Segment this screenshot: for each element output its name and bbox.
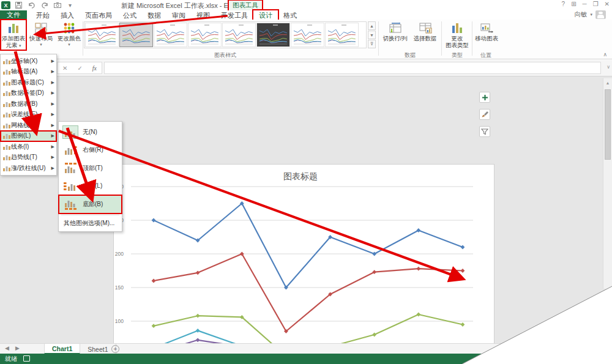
gallery-down-button[interactable]: ▼	[368, 31, 376, 39]
tab-0[interactable]: 开始	[31, 10, 55, 20]
vertical-scrollbar[interactable]: ▲	[603, 78, 612, 289]
quick-layout-icon	[34, 22, 48, 34]
menu-item-趋势线T[interactable]: 趋势线(T)▶	[1, 152, 56, 163]
chart-style-thumb-3[interactable]	[154, 23, 187, 47]
vertical-scroll-thumb[interactable]	[605, 89, 611, 160]
menu-item-轴标题A[interactable]: 轴标题(A)▶	[1, 67, 56, 78]
close-button[interactable]: ✕	[605, 1, 610, 7]
menu-item-label: 轴标题(A)	[11, 67, 51, 76]
legend-option-top[interactable]: 顶部(T)	[59, 159, 122, 177]
legend-option-none[interactable]: 无(N)	[59, 123, 122, 141]
redo-icon[interactable]	[40, 1, 49, 9]
gallery-up-button[interactable]: ▲	[368, 21, 376, 30]
move-chart-icon	[480, 22, 493, 34]
tab-design[interactable]: 设计	[253, 10, 278, 20]
switch-row-col-button[interactable]: 切换行/列	[381, 20, 409, 50]
change-chart-type-button[interactable]: 更改 图表类型	[444, 20, 471, 50]
tab-4[interactable]: 数据	[142, 10, 166, 20]
menu-item-数据标签D[interactable]: 数据标签(D)▶	[1, 88, 56, 99]
select-data-button[interactable]: 选择数据	[411, 20, 439, 50]
menu-item-icon	[2, 58, 11, 65]
change-colors-button[interactable]: 更改颜色 ▾	[56, 20, 82, 50]
scroll-up-button[interactable]: ▲	[603, 78, 612, 87]
tab-2[interactable]: 页面布局	[80, 10, 118, 20]
menu-item-icon	[2, 111, 11, 118]
group-label-chart-styles: 图表样式	[198, 51, 253, 59]
formula-bar: ✕ ✓ fx ∨	[0, 60, 612, 76]
camera-icon[interactable]	[53, 1, 62, 9]
sheet-nav-right-icon[interactable]: ▶	[15, 345, 20, 351]
tab-3[interactable]: 公式	[118, 10, 142, 20]
ribbon-options-icon[interactable]: ⊞	[571, 1, 576, 7]
chart-style-brush-button[interactable]	[479, 109, 490, 120]
menu-item-图表标题C[interactable]: 图表标题(C)▶	[1, 77, 56, 88]
move-chart-button[interactable]: 移动图表	[474, 20, 499, 50]
tab-1[interactable]: 插入	[55, 10, 80, 20]
chart-add-elements-button[interactable]	[479, 92, 490, 103]
chart-object[interactable]: 图表标题05010015020025030011月12月1月2月3月4月5月6月…	[113, 164, 494, 364]
move-chart-label: 移动图表	[475, 35, 498, 42]
sheet-nav-left-icon[interactable]: ◀	[5, 345, 9, 351]
tab-format[interactable]: 格式	[278, 10, 302, 20]
sheet-tab-chart1[interactable]: Chart1	[44, 344, 80, 354]
user-dropdown-icon[interactable]: ▾	[590, 12, 592, 17]
menu-item-label: 坐标轴(X)	[11, 57, 51, 65]
add-chart-element-button[interactable]: 添加图表 元素 ▾	[1, 20, 26, 50]
avatar[interactable]	[595, 10, 606, 19]
chart-style-thumb-2[interactable]	[119, 23, 153, 47]
qat-dropdown-icon[interactable]: ▾	[65, 1, 75, 9]
legend-option-right[interactable]: 右侧(R)	[59, 141, 122, 160]
new-sheet-button[interactable]: +	[111, 345, 119, 353]
legend-option-label: 底部(B)	[83, 200, 103, 209]
minimize-button[interactable]: ─	[583, 1, 587, 7]
chart-style-thumb-6[interactable]	[256, 23, 290, 47]
menu-item-label: 涨/跌柱线(U)	[11, 164, 51, 173]
user-name[interactable]: 向敏	[574, 10, 587, 19]
menu-item-涨/跌柱线U[interactable]: 涨/跌柱线(U)▶	[1, 163, 56, 174]
menu-item-icon	[2, 89, 11, 97]
excel-app-icon: X	[1, 1, 10, 9]
formula-bar-expand-icon[interactable]: ∨	[606, 64, 610, 70]
sheet-tab-bar: ◀ ▶ Chart1 Sheet1 +	[0, 343, 612, 354]
legend-option-left[interactable]: 左侧(L)	[59, 177, 122, 196]
chart-style-thumb-4[interactable]	[188, 23, 222, 47]
formula-input[interactable]	[104, 62, 601, 74]
tab-7[interactable]: 开发工具	[215, 10, 253, 20]
menu-item-label: 网格线(G)	[11, 121, 51, 130]
quick-layout-caret-icon: ▾	[40, 42, 42, 47]
legend-option-label: 无(N)	[83, 128, 97, 136]
macro-record-icon[interactable]	[23, 355, 30, 362]
chart-style-thumb-5[interactable]	[222, 23, 256, 47]
sheet-tab-sheet1[interactable]: Sheet1	[80, 344, 116, 354]
submenu-arrow-icon: ▶	[51, 166, 54, 171]
menu-item-数据表B[interactable]: 数据表(B)▶	[1, 98, 56, 110]
tab-5[interactable]: 审阅	[166, 10, 191, 20]
legend-option-bottom[interactable]: 底部(B)	[59, 195, 122, 214]
restore-button[interactable]: ❐	[593, 1, 599, 7]
help-button[interactable]: ?	[562, 1, 565, 7]
tab-file[interactable]: 文件	[0, 10, 27, 20]
menu-item-图例L[interactable]: 图例(L)▶	[1, 131, 56, 142]
menu-item-网格线G[interactable]: 网格线(G)▶	[1, 120, 56, 131]
gallery-more-button[interactable]: ⊽	[368, 40, 376, 48]
chart-style-thumb-1[interactable]	[85, 23, 119, 47]
change-chart-type-icon	[450, 22, 464, 34]
chart-style-thumb-7[interactable]	[291, 23, 324, 47]
enter-formula-button[interactable]: ✓	[77, 65, 82, 72]
quick-layout-button[interactable]: 快速布局 ▾	[28, 20, 54, 50]
menu-item-坐标轴X[interactable]: 坐标轴(X)▶	[1, 56, 56, 67]
undo-icon[interactable]	[27, 1, 36, 9]
chart-style-thumb-8[interactable]	[325, 23, 359, 47]
select-data-icon	[419, 22, 432, 34]
insert-function-button[interactable]: fx	[92, 65, 97, 72]
tab-6[interactable]: 视图	[191, 10, 215, 20]
collapse-ribbon-icon[interactable]: ∧	[603, 51, 607, 58]
more-legend-options[interactable]: 其他图例选项(M)...	[59, 217, 122, 230]
menu-item-误差线E[interactable]: 误差线(E)▶	[1, 110, 56, 121]
save-icon[interactable]	[14, 1, 23, 9]
menu-item-label: 趋势线(T)	[11, 153, 51, 162]
chart-filter-button[interactable]	[479, 126, 490, 137]
gallery-scroll: ▲ ▼ ⊽	[368, 21, 376, 48]
cancel-formula-button[interactable]: ✕	[62, 65, 67, 72]
menu-item-线条I[interactable]: 线条(I)▶	[1, 141, 56, 152]
